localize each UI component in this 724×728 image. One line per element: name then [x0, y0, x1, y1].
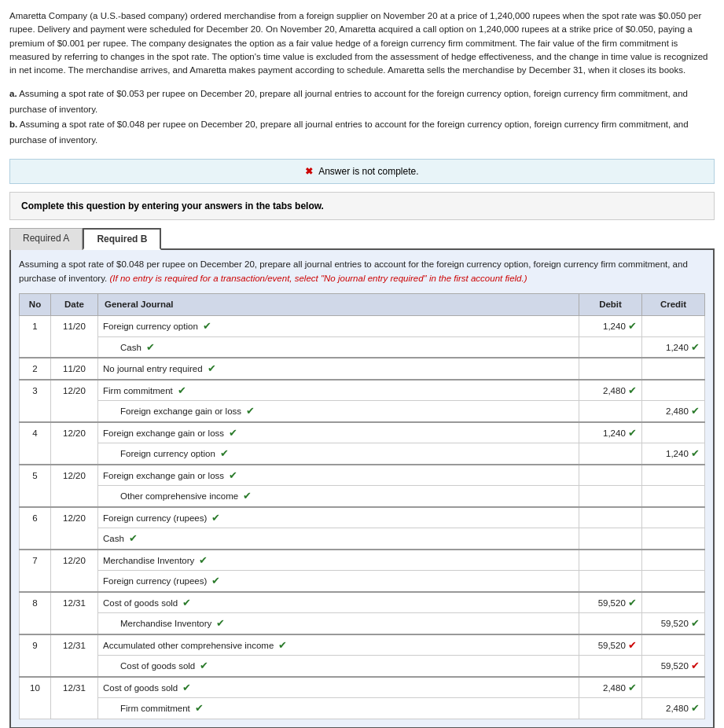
debit-cell[interactable]: 1,240 ✔ — [579, 422, 642, 443]
debit-cell[interactable] — [579, 571, 642, 592]
account-cell[interactable]: Firm commitment✔ — [98, 698, 579, 719]
debit-cell[interactable]: 2,480 ✔ — [579, 380, 642, 401]
account-cell[interactable]: Cost of goods sold✔ — [98, 677, 579, 698]
instruction-text: Complete this question by entering your … — [21, 200, 324, 211]
debit-cell[interactable]: 2,480 ✔ — [579, 677, 642, 698]
debit-cell[interactable]: 59,520 ✔ — [579, 592, 642, 613]
account-cell[interactable]: Foreign currency (rupees)✔ — [98, 571, 579, 592]
debit-check-icon: ✔ — [628, 320, 637, 332]
account-cell[interactable]: Cash✔ — [98, 528, 579, 550]
credit-cell[interactable] — [642, 528, 705, 550]
debit-check-icon: ✔ — [628, 639, 637, 651]
credit-cell[interactable] — [642, 465, 705, 486]
question-b: b. Assuming a spot rate of $0.048 per ru… — [9, 117, 715, 148]
account-cell[interactable]: Foreign exchange gain or loss✔ — [98, 465, 579, 486]
tab-required-a[interactable]: Required A — [9, 228, 83, 250]
row-date: 12/31 — [51, 677, 98, 719]
debit-cell[interactable] — [579, 698, 642, 719]
row-no: 4 — [20, 422, 51, 465]
debit-cell[interactable]: 59,520 ✔ — [579, 634, 642, 656]
table-row: Other comprehensive income✔ — [20, 486, 705, 507]
debit-cell[interactable] — [579, 401, 642, 422]
account-cell[interactable]: Merchandise Inventory✔ — [98, 550, 579, 571]
credit-check-icon: ✔ — [691, 447, 700, 459]
account-check-icon: ✔ — [211, 512, 220, 524]
account-check-icon: ✔ — [246, 405, 255, 417]
account-cell[interactable]: Foreign currency option✔ — [98, 443, 579, 465]
debit-cell[interactable]: 1,240 ✔ — [579, 316, 642, 337]
account-check-icon: ✔ — [199, 554, 208, 566]
credit-cell[interactable] — [642, 634, 705, 656]
debit-cell[interactable] — [579, 465, 642, 486]
intro-text: Amaretta Company (a U.S.-based company) … — [9, 9, 715, 77]
credit-cell[interactable] — [642, 380, 705, 401]
credit-cell[interactable] — [642, 358, 705, 380]
table-row: Foreign currency (rupees)✔ — [20, 571, 705, 592]
row-no: 1 — [20, 316, 51, 358]
row-date: 12/20 — [51, 380, 98, 422]
debit-cell[interactable] — [579, 528, 642, 550]
account-cell[interactable]: Cost of goods sold✔ — [98, 592, 579, 613]
credit-check-icon: ✔ — [691, 341, 700, 353]
table-row: Cost of goods sold✔59,520 ✔ — [20, 656, 705, 677]
credit-cell[interactable] — [642, 486, 705, 507]
tab-required-b[interactable]: Required B — [83, 228, 161, 250]
debit-cell[interactable] — [579, 443, 642, 465]
row-date: 11/20 — [51, 358, 98, 380]
table-row: Foreign exchange gain or loss✔2,480 ✔ — [20, 401, 705, 422]
row-date: 12/20 — [51, 465, 98, 507]
debit-check-icon: ✔ — [628, 597, 637, 609]
credit-cell[interactable]: 2,480 ✔ — [642, 401, 705, 422]
debit-cell[interactable] — [579, 550, 642, 571]
journal-table: No Date General Journal Debit Credit 111… — [19, 293, 705, 719]
question-a-text: Assuming a spot rate of $0.053 per rupee… — [9, 89, 688, 114]
credit-check-icon: ✔ — [691, 660, 700, 671]
account-cell[interactable]: Firm commitment✔ — [98, 380, 579, 401]
table-row: Foreign currency option✔1,240 ✔ — [20, 443, 705, 465]
credit-cell[interactable] — [642, 422, 705, 443]
table-row: 211/20No journal entry required✔ — [20, 358, 705, 380]
credit-cell[interactable]: 59,520 ✔ — [642, 656, 705, 677]
credit-cell[interactable] — [642, 677, 705, 698]
table-row: Cash✔1,240 ✔ — [20, 336, 705, 358]
credit-cell[interactable]: 2,480 ✔ — [642, 698, 705, 719]
debit-cell[interactable] — [579, 336, 642, 358]
row-date: 12/31 — [51, 592, 98, 634]
account-cell[interactable]: Foreign currency option✔ — [98, 316, 579, 337]
header-no: No — [20, 293, 51, 315]
account-cell[interactable]: Other comprehensive income✔ — [98, 486, 579, 507]
credit-cell[interactable] — [642, 550, 705, 571]
debit-cell[interactable] — [579, 358, 642, 380]
credit-cell[interactable] — [642, 571, 705, 592]
credit-cell[interactable] — [642, 316, 705, 337]
account-cell[interactable]: No journal entry required✔ — [98, 358, 579, 380]
debit-cell[interactable] — [579, 507, 642, 528]
account-cell[interactable]: Foreign currency (rupees)✔ — [98, 507, 579, 528]
row-date: 12/31 — [51, 634, 98, 677]
account-cell[interactable]: Cost of goods sold✔ — [98, 656, 579, 677]
debit-cell[interactable] — [579, 613, 642, 634]
credit-check-icon: ✔ — [691, 405, 700, 417]
credit-check-icon: ✔ — [691, 702, 700, 714]
table-row: 111/20Foreign currency option✔1,240 ✔ — [20, 316, 705, 337]
debit-cell[interactable] — [579, 486, 642, 507]
account-check-icon: ✔ — [182, 597, 191, 609]
credit-cell[interactable] — [642, 507, 705, 528]
account-cell[interactable]: Merchandise Inventory✔ — [98, 613, 579, 634]
account-cell[interactable]: Foreign exchange gain or loss✔ — [98, 422, 579, 443]
header-general-journal: General Journal — [98, 293, 579, 315]
table-row: Firm commitment✔2,480 ✔ — [20, 698, 705, 719]
account-check-icon: ✔ — [178, 384, 186, 396]
credit-cell[interactable] — [642, 592, 705, 613]
tab-instruction-note: (If no entry is required for a transacti… — [110, 274, 527, 283]
account-cell[interactable]: Accumulated other comprehensive income✔ — [98, 634, 579, 656]
account-check-icon: ✔ — [129, 532, 138, 544]
credit-cell[interactable]: 1,240 ✔ — [642, 443, 705, 465]
tab-instruction: Assuming a spot rate of $0.048 per rupee… — [19, 258, 705, 285]
credit-cell[interactable]: 59,520 ✔ — [642, 613, 705, 634]
account-cell[interactable]: Foreign exchange gain or loss✔ — [98, 401, 579, 422]
account-check-icon: ✔ — [243, 490, 252, 502]
credit-cell[interactable]: 1,240 ✔ — [642, 336, 705, 358]
debit-cell[interactable] — [579, 656, 642, 677]
account-cell[interactable]: Cash✔ — [98, 336, 579, 358]
